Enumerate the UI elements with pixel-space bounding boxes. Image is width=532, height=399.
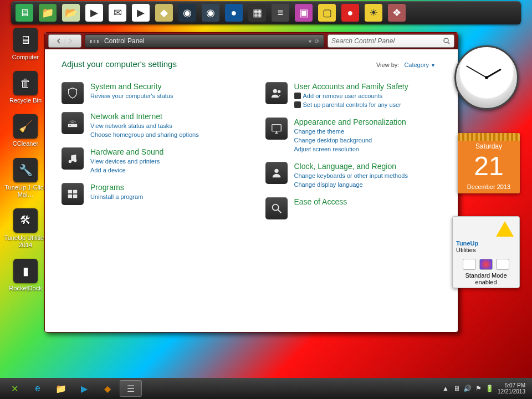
desktop-icon-rocketdock[interactable]: ▮RocketDock — [3, 259, 48, 292]
recycle-bin-icon: 🗑 — [13, 71, 38, 95]
link[interactable]: Change display language — [294, 181, 408, 190]
link[interactable]: Review your computer's status — [90, 92, 173, 101]
link[interactable]: Change desktop background — [294, 136, 406, 145]
shield-icon — [294, 93, 301, 99]
link[interactable]: Set up parental controls for any user — [294, 101, 408, 110]
dock-weather[interactable]: ☀ — [365, 4, 382, 22]
monitor-icon — [265, 117, 288, 140]
dock-folder-green[interactable]: 📁 — [39, 4, 57, 22]
category-title[interactable]: Hardware and Sound — [90, 147, 163, 156]
shield-icon — [294, 101, 301, 108]
clock-gadget[interactable] — [454, 45, 519, 110]
desktop-icon-ccleaner[interactable]: 🧹CCleaner — [3, 114, 48, 147]
taskbar-explorer[interactable]: 📁 — [50, 380, 72, 397]
dock-folder[interactable]: 📂 — [62, 4, 80, 22]
taskbar-amd[interactable]: ◆ — [96, 380, 119, 397]
taskbar-start[interactable]: ✕ — [3, 380, 25, 397]
category-title[interactable]: Appearance and Personalization — [294, 117, 406, 126]
dock-controls[interactable]: ≡ — [272, 4, 289, 22]
link[interactable]: Add or remove user accounts — [294, 92, 408, 101]
category-title[interactable]: Clock, Language, and Region — [294, 162, 408, 171]
search-input[interactable]: Search Control Panel — [328, 34, 454, 48]
tray-icon[interactable]: 🖥 — [452, 384, 461, 393]
address-bar[interactable]: ⫾⫾⫾ Control Panel ▾ ⟳ — [85, 34, 324, 48]
category-title[interactable]: Network and Internet — [90, 112, 199, 121]
desktop-icon-tuneup-2014[interactable]: 🛠TuneUp Utilities 2014 — [3, 208, 48, 249]
chevron-down-icon: ▼ — [431, 63, 436, 68]
taskbar: ✕e📁▶◆☰ ▲🖥🔊⚑🔋 5:07 PM 12/21/2013 — [0, 378, 532, 399]
category-title[interactable]: Programs — [90, 183, 143, 192]
dock-package[interactable]: ◆ — [155, 4, 173, 22]
svg-rect-6 — [73, 190, 77, 193]
link[interactable]: Adjust screen resolution — [294, 145, 406, 154]
dock-play-store[interactable]: ▶ — [85, 4, 103, 22]
taskbar-ie[interactable]: e — [27, 380, 49, 397]
tray-time: 5:07 PM — [498, 382, 525, 389]
taskbar-control-panel[interactable]: ☰ — [120, 380, 142, 397]
shield-icon — [62, 82, 84, 104]
dock-angry-bird[interactable]: ● — [341, 4, 359, 22]
dock-bug[interactable]: ❖ — [388, 4, 406, 22]
chevron-down-icon: ▾ ⟳ — [309, 38, 319, 44]
link[interactable]: Change the theme — [294, 127, 406, 136]
link[interactable]: Add a device — [90, 166, 163, 175]
svg-rect-7 — [68, 195, 72, 198]
network-icon — [62, 112, 84, 134]
svg-point-0 — [444, 38, 448, 43]
chevron-left-icon — [57, 38, 62, 44]
tray-icon[interactable]: 🔊 — [463, 384, 472, 393]
category-title[interactable]: Ease of Access — [294, 197, 347, 206]
dock-globe[interactable]: ● — [225, 4, 243, 22]
view-by-selector[interactable]: View by: Category ▼ — [376, 62, 436, 68]
dock-gmail[interactable]: ✉ — [109, 4, 126, 22]
address-text: Control Panel — [104, 37, 145, 45]
dock-youtube[interactable]: ▶ — [132, 4, 150, 22]
tray-icon[interactable]: 🔋 — [485, 384, 494, 393]
link[interactable]: Choose homegroup and sharing options — [90, 131, 199, 140]
svg-rect-11 — [272, 125, 281, 131]
category-hardware-sound: Hardware and SoundView devices and print… — [62, 147, 238, 175]
desktop-icon-computer[interactable]: 🖥Computer — [3, 28, 48, 61]
link[interactable]: View network status and tasks — [90, 122, 199, 131]
category-network-internet: Network and InternetView network status … — [62, 112, 238, 140]
computer-icon: 🖥 — [13, 28, 38, 52]
tuneup-2014-icon: 🛠 — [13, 208, 38, 233]
window-toolbar: | ⫾⫾⫾ Control Panel ▾ ⟳ Search Control P… — [45, 33, 458, 49]
top-dock: 🖥📁📂▶✉▶◆◉◉●▦≡▣▢●☀❖ — [11, 1, 521, 24]
desktop-icons: 🖥Computer🗑Recycle Bin🧹CCleaner🔧TuneUp 1-… — [3, 28, 48, 293]
desktop-icon-recycle-bin[interactable]: 🗑Recycle Bin — [3, 71, 48, 104]
link[interactable]: Change keyboards or other input methods — [294, 172, 408, 181]
category-title[interactable]: User Accounts and Family Safety — [294, 82, 408, 91]
tray-icon[interactable]: ⚑ — [474, 384, 483, 393]
calendar-gadget[interactable]: Saturday 21 December 2013 — [458, 133, 520, 193]
dock-image[interactable]: ▣ — [295, 4, 313, 22]
tuneup-gadget[interactable]: TuneUpUtilities Standard Mode enabled — [452, 216, 520, 288]
svg-point-2 — [70, 125, 71, 126]
tuneup-status: Standard Mode enabled — [455, 272, 517, 285]
category-title[interactable]: System and Security — [90, 82, 173, 91]
category-appearance: Appearance and PersonalizationChange the… — [265, 117, 442, 154]
tray-icon[interactable]: ▲ — [441, 384, 450, 393]
nav-back-button[interactable]: | — [48, 34, 81, 48]
magnify-icon — [265, 197, 288, 219]
desktop-icon-tuneup-1click[interactable]: 🔧TuneUp 1-Click Mai… — [3, 158, 48, 198]
link[interactable]: View devices and printers — [90, 157, 163, 166]
chevron-right-icon — [68, 38, 73, 44]
dock-note[interactable]: ▢ — [318, 4, 336, 22]
equalizer-icon: ⫾⫾⫾ — [90, 38, 100, 44]
taskbar-media[interactable]: ▶ — [73, 380, 95, 397]
link[interactable]: Uninstall a program — [90, 193, 143, 202]
tray-date: 12/21/2013 — [498, 388, 525, 395]
tuneup-modes[interactable] — [455, 259, 517, 270]
dock-computer[interactable]: 🖥 — [16, 4, 33, 22]
svg-point-13 — [272, 204, 278, 210]
system-tray[interactable]: ▲🖥🔊⚑🔋 5:07 PM 12/21/2013 — [441, 382, 529, 395]
svg-rect-5 — [68, 190, 72, 193]
dock-disc[interactable]: ◉ — [202, 4, 219, 22]
warning-icon — [496, 221, 514, 237]
svg-point-10 — [277, 90, 280, 94]
svg-point-9 — [273, 89, 277, 93]
category-user-accounts: User Accounts and Family SafetyAdd or re… — [265, 82, 442, 110]
dock-theme[interactable]: ▦ — [248, 4, 266, 22]
dock-camera[interactable]: ◉ — [178, 4, 196, 22]
